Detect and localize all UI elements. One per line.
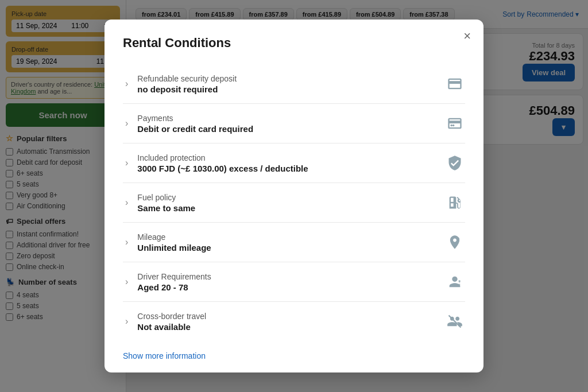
condition-fuel-label: Fuel policy	[137, 193, 438, 202]
condition-mileage-chevron[interactable]: ›	[123, 237, 130, 247]
condition-protection-text: Included protection 3000 FJD (~£ 1030.00…	[137, 153, 438, 173]
condition-border-chevron[interactable]: ›	[123, 316, 130, 327]
condition-row-protection: › Included protection 3000 FJD (~£ 1030.…	[123, 143, 465, 183]
fuel-icon	[444, 192, 465, 213]
condition-driver-label: Driver Requirements	[137, 272, 438, 281]
svg-point-2	[457, 238, 460, 240]
condition-payments-text: Payments Debit or credit card required	[137, 114, 438, 134]
condition-row-fuel: › Fuel policy Same to same	[123, 183, 465, 223]
svg-point-1	[452, 125, 455, 127]
condition-payments-value: Debit or credit card required	[137, 124, 438, 134]
rental-conditions-modal: Rental Conditions × › Refundable securit…	[105, 20, 483, 372]
condition-deposit-value: no deposit required	[137, 84, 438, 94]
condition-payments-label: Payments	[137, 114, 438, 123]
condition-border-label: Cross-border travel	[137, 312, 438, 321]
shield-icon	[444, 153, 465, 173]
condition-deposit-text: Refundable security deposit no deposit r…	[137, 74, 438, 94]
driver-svg	[447, 274, 463, 290]
show-more-button[interactable]: Show more information	[123, 351, 206, 360]
condition-mileage-label: Mileage	[137, 232, 438, 242]
condition-deposit-chevron[interactable]: ›	[123, 79, 130, 89]
condition-border-text: Cross-border travel Not available	[137, 312, 438, 332]
condition-fuel-chevron[interactable]: ›	[123, 197, 130, 208]
condition-mileage-value: Unlimited mileage	[137, 243, 438, 253]
condition-deposit-label: Refundable security deposit	[137, 74, 438, 83]
svg-point-3	[458, 280, 461, 282]
deposit-icon	[444, 73, 465, 94]
condition-protection-value: 3000 FJD (~£ 1030.00) excess / deductibl…	[137, 164, 438, 173]
border-icon	[444, 311, 465, 332]
fuel-svg	[447, 195, 463, 211]
modal-title: Rental Conditions	[123, 36, 465, 51]
deposit-svg	[447, 76, 463, 92]
driver-icon	[444, 271, 465, 292]
shield-svg	[447, 155, 463, 171]
condition-fuel-value: Same to same	[137, 203, 438, 213]
condition-driver-value: Aged 20 - 78	[137, 282, 438, 292]
condition-protection-label: Included protection	[137, 153, 438, 162]
mileage-icon	[444, 232, 465, 253]
condition-border-value: Not available	[137, 322, 438, 332]
condition-row-mileage: › Mileage Unlimited mileage	[123, 223, 465, 262]
condition-row-driver: › Driver Requirements Aged 20 - 78	[123, 262, 465, 302]
condition-protection-chevron[interactable]: ›	[123, 158, 130, 168]
condition-fuel-text: Fuel policy Same to same	[137, 193, 438, 213]
condition-payments-chevron[interactable]: ›	[123, 118, 130, 129]
modal-overlay[interactable]: Rental Conditions × › Refundable securit…	[0, 0, 588, 392]
condition-row-border: › Cross-border travel Not available	[123, 302, 465, 341]
payment-svg	[447, 115, 463, 131]
condition-driver-chevron[interactable]: ›	[123, 277, 130, 287]
mileage-svg	[447, 234, 463, 250]
condition-mileage-text: Mileage Unlimited mileage	[137, 232, 438, 253]
border-svg	[447, 313, 463, 329]
modal-close-button[interactable]: ×	[463, 30, 471, 42]
condition-row-deposit: › Refundable security deposit no deposit…	[123, 64, 465, 104]
condition-row-payments: › Payments Debit or credit card required	[123, 104, 465, 143]
svg-point-0	[450, 125, 452, 127]
payment-icon	[444, 113, 465, 134]
condition-driver-text: Driver Requirements Aged 20 - 78	[137, 272, 438, 292]
